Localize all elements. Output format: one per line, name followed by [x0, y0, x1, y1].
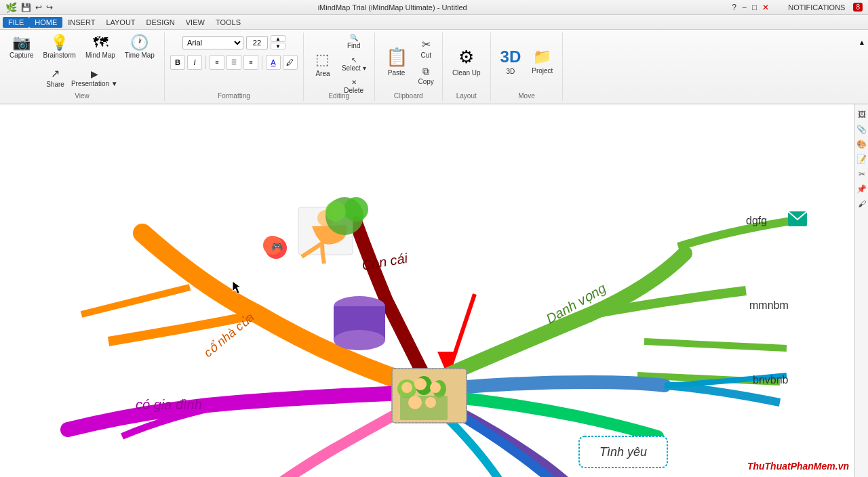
font-color-button[interactable]: A — [266, 55, 281, 70]
svg-point-21 — [326, 201, 346, 222]
svg-point-8 — [401, 382, 412, 393]
menu-home[interactable]: HOME — [29, 17, 62, 28]
quick-undo[interactable]: ↩ — [35, 3, 42, 12]
ribbon-group-view: 📷 Capture 💡 Brainstorm 🗺 Mind Map 🕐 Time… — [0, 33, 165, 101]
collapse-icon: ▲ — [859, 39, 865, 46]
sidebar-color-icon[interactable]: 🎨 — [856, 138, 868, 150]
ribbon-group-clipboard: 📋 Paste ✂ Cut ⧉ Copy Clipboard — [375, 33, 443, 101]
watermark: ThuThuatPhanMem.vn — [747, 461, 849, 472]
share-icon: ↗ — [51, 67, 60, 80]
view-group-label: View — [0, 92, 164, 101]
project-button[interactable]: 📁 Project — [528, 45, 557, 77]
notifications-label[interactable]: NOTIFICATIONS — [788, 3, 845, 12]
presentation-button[interactable]: ▶ Presentation ▼ — [68, 67, 121, 89]
sidebar-scissors-icon[interactable]: ✂ — [856, 168, 868, 180]
svg-text:mmnbm: mmnbm — [749, 299, 789, 311]
cut-icon: ✂ — [422, 38, 431, 51]
ribbon: 📷 Capture 💡 Brainstorm 🗺 Mind Map 🕐 Time… — [0, 30, 868, 104]
3d-button[interactable]: 3D 3D — [496, 45, 526, 78]
notifications-badge[interactable]: 8 — [853, 3, 863, 12]
svg-text:Tình yêu: Tình yêu — [599, 445, 647, 459]
ribbon-group-formatting: Arial ▲ ▼ B I ≡ ☰ ≡ A 🖊 Formatting — [165, 33, 304, 101]
app-icon: 🌿 — [5, 2, 17, 13]
3d-icon: 3D — [500, 47, 521, 66]
right-sidebar: 🖼 📎 🎨 📝 ✂ 📌 🖌 — [854, 104, 868, 477]
sidebar-attach-icon[interactable]: 📎 — [856, 123, 868, 136]
ribbon-group-editing: ⬚ Area 🔍 Find ↖ Select ▾ ✕ Delete Editin… — [304, 33, 375, 101]
svg-point-20 — [344, 197, 368, 222]
formatting-group-label: Formatting — [165, 92, 303, 101]
maximize-button[interactable]: □ — [752, 3, 757, 12]
menu-insert[interactable]: INSERT — [62, 17, 100, 28]
select-button[interactable]: ↖ Select ▾ — [339, 55, 369, 73]
bold-button[interactable]: B — [170, 55, 185, 70]
sidebar-image-icon[interactable]: 🖼 — [856, 108, 868, 121]
delete-icon: ✕ — [351, 79, 357, 86]
svg-point-10 — [430, 382, 441, 393]
cleanup-button[interactable]: ⚙ Clean Up — [448, 44, 485, 79]
project-icon: 📁 — [533, 48, 551, 66]
close-button[interactable]: ✕ — [762, 3, 769, 12]
capture-icon: 📷 — [12, 35, 31, 50]
cleanup-icon: ⚙ — [458, 47, 474, 68]
font-size-up[interactable]: ▲ — [271, 35, 285, 42]
svg-point-16 — [334, 330, 385, 350]
mindmap-button[interactable]: 🗺 Mind Map — [81, 33, 119, 62]
svg-text:dgfg: dgfg — [746, 215, 767, 226]
timemap-icon: 🕐 — [130, 35, 149, 50]
presentation-icon: ▶ — [91, 68, 98, 79]
svg-text:🎮: 🎮 — [271, 241, 283, 253]
minimize-button[interactable]: − — [742, 3, 747, 12]
area-icon: ⬚ — [315, 51, 330, 68]
svg-point-12 — [425, 397, 436, 408]
brainstorm-button[interactable]: 💡 Brainstorm — [39, 33, 80, 62]
canvas[interactable]: 🎮 Con cái cổ nhà cửa có gia đình Có tiền… — [0, 104, 854, 477]
sidebar-pin-icon[interactable]: 📌 — [856, 183, 868, 195]
mindmap-icon: 🗺 — [93, 35, 108, 50]
brainstorm-icon: 💡 — [50, 35, 68, 50]
copy-icon: ⧉ — [422, 66, 429, 77]
move-group-label: Move — [491, 92, 563, 101]
titlebar: 🌿 💾 ↩ ↪ iMindMap Trial (iMindMap Ultimat… — [0, 0, 868, 15]
quick-save[interactable]: 💾 — [21, 3, 31, 12]
ribbon-group-layout: ⚙ Clean Up Layout — [443, 33, 491, 101]
menu-design[interactable]: DESIGN — [141, 17, 180, 28]
copy-button[interactable]: ⧉ Copy — [416, 64, 437, 87]
ribbon-group-move: 3D 3D 📁 Project Move — [491, 33, 564, 101]
quick-redo[interactable]: ↪ — [46, 3, 53, 12]
svg-text:bnvbnb: bnvbnb — [753, 374, 789, 386]
ribbon-collapse-button[interactable]: ▲ — [856, 33, 868, 101]
paste-icon: 📋 — [386, 47, 408, 68]
menubar: FILE HOME INSERT LAYOUT DESIGN VIEW TOOL… — [0, 15, 868, 30]
align-center-button[interactable]: ☰ — [226, 55, 241, 70]
svg-text:có gia đình: có gia đình — [136, 397, 202, 412]
svg-point-9 — [414, 378, 427, 390]
menu-view[interactable]: VIEW — [180, 17, 210, 28]
cut-button[interactable]: ✂ Cut — [416, 37, 437, 60]
menu-layout[interactable]: LAYOUT — [100, 17, 140, 28]
clipboard-group-label: Clipboard — [375, 92, 442, 101]
font-size-input[interactable] — [246, 36, 268, 49]
sidebar-text-icon[interactable]: 📝 — [856, 153, 868, 165]
timemap-button[interactable]: 🕐 Time Map — [121, 33, 159, 62]
paste-button[interactable]: 📋 Paste — [380, 44, 413, 79]
menu-file[interactable]: FILE — [3, 17, 29, 28]
font-size-down[interactable]: ▼ — [271, 43, 285, 49]
svg-rect-7 — [400, 396, 448, 420]
sidebar-brush-icon[interactable]: 🖌 — [856, 198, 868, 210]
find-icon: 🔍 — [350, 34, 358, 41]
menu-tools[interactable]: TOOLS — [210, 17, 246, 28]
find-button[interactable]: 🔍 Find — [339, 33, 369, 51]
capture-button[interactable]: 📷 Capture — [5, 33, 38, 62]
italic-button[interactable]: I — [187, 55, 202, 70]
align-right-button[interactable]: ≡ — [243, 55, 258, 70]
select-icon: ↖ — [351, 56, 357, 64]
help-button[interactable]: ? — [732, 3, 736, 12]
editing-group-label: Editing — [304, 92, 374, 101]
area-button[interactable]: ⬚ Area — [309, 48, 336, 80]
align-left-button[interactable]: ≡ — [210, 55, 224, 70]
highlight-button[interactable]: 🖊 — [283, 55, 298, 70]
font-family-select[interactable]: Arial — [182, 36, 243, 49]
share-button[interactable]: ↗ Share — [43, 66, 67, 89]
layout-group-label: Layout — [443, 92, 490, 101]
